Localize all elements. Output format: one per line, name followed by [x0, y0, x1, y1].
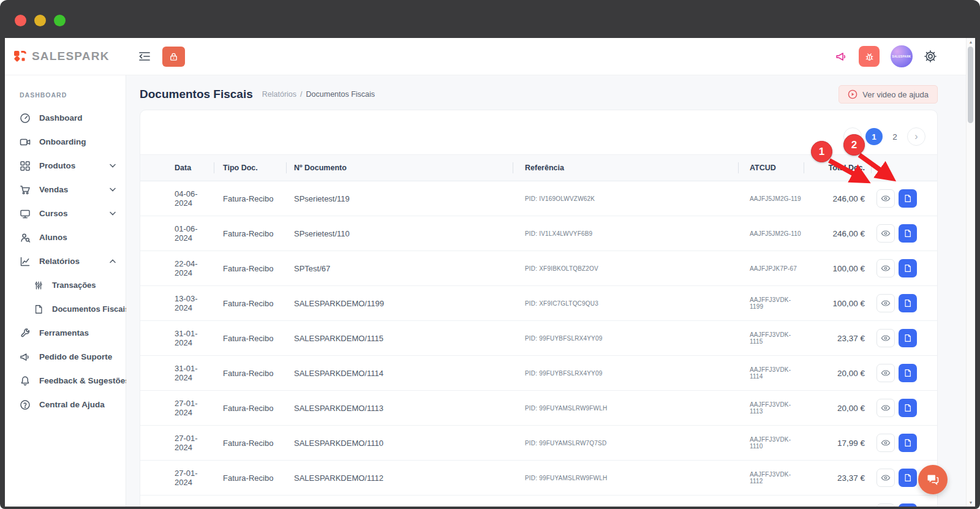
table-row: 27-01-2024 Fatura-Recibo SALESPARKDEMO/1… — [140, 426, 937, 461]
cell-referencia: PID: 99FUYAMSLRW9FWLH — [513, 475, 738, 481]
cell-data: 27-01-2024 — [140, 434, 214, 452]
pagination-page-2[interactable]: 2 — [886, 128, 903, 145]
download-pdf-button[interactable] — [899, 294, 917, 312]
eye-icon — [881, 368, 891, 378]
cell-referencia: PID: IV1LX4LWVYF6B9 — [513, 230, 738, 237]
eye-icon — [881, 228, 891, 238]
document-icon — [33, 304, 44, 315]
user-avatar[interactable]: SALESPARK — [891, 45, 913, 67]
view-document-button[interactable] — [876, 259, 895, 277]
sidebar-item-dashboard[interactable]: Dashboard — [5, 106, 126, 130]
download-pdf-button[interactable] — [899, 329, 917, 347]
view-document-button[interactable] — [876, 224, 895, 243]
scroll-down-icon[interactable]: ▼ — [967, 500, 975, 505]
sidebar-item-relatorios[interactable]: Relatórios — [5, 249, 126, 273]
cell-tipo-doc: Fatura-Recibo — [214, 229, 286, 238]
cell-total-doc: 17,99 € — [804, 439, 871, 448]
eye-icon — [881, 298, 891, 308]
cell-atcud: AAJFFJ3VDK-1199 — [738, 296, 804, 310]
pdf-file-icon — [903, 369, 912, 377]
menu-fold-icon — [138, 51, 151, 61]
zoom-window-button[interactable] — [54, 15, 66, 26]
sidebar-item-alunos[interactable]: Alunos — [5, 225, 126, 249]
announcements-button[interactable] — [835, 50, 848, 63]
cell-total-doc: 23,37 € — [804, 334, 871, 343]
cell-tipo-doc: Fatura-Recibo — [214, 299, 286, 308]
wrench-icon — [20, 328, 31, 339]
sidebar-item-transacoes[interactable]: Transações — [5, 273, 126, 297]
download-pdf-button[interactable] — [899, 259, 917, 277]
pagination-prev-button[interactable]: ‹ — [843, 127, 862, 146]
cell-total-doc: 246,00 € — [804, 194, 871, 203]
pagination-next-button[interactable]: › — [907, 127, 925, 146]
table-header-row: Data Tipo Doc. Nº Documento Referência A… — [140, 154, 937, 181]
download-pdf-button[interactable] — [899, 224, 917, 243]
download-pdf-button[interactable] — [899, 364, 917, 382]
pagination-page-1[interactable]: 1 — [865, 128, 883, 145]
play-circle-icon — [848, 89, 858, 99]
sidebar-item-feedback-sugestoes[interactable]: Feedback & Sugestões — [5, 369, 126, 393]
pdf-file-icon — [903, 439, 912, 447]
download-pdf-button[interactable] — [899, 399, 917, 417]
window-controls — [15, 15, 66, 26]
sidebar-item-cursos[interactable]: Cursos — [5, 202, 126, 225]
eye-icon — [881, 194, 891, 203]
scrollbar-thumb[interactable] — [968, 47, 973, 123]
sidebar-collapse-button[interactable] — [135, 47, 154, 66]
cell-referencia: PID: 99FUYAMSLRW9FWLH — [513, 405, 738, 412]
view-document-button[interactable] — [876, 434, 895, 452]
sidebar-item-pedido-de-suporte[interactable]: Pedido de Suporte — [5, 345, 126, 369]
lock-mode-button[interactable] — [162, 47, 185, 67]
minimize-window-button[interactable] — [34, 15, 46, 26]
sidebar-item-ferramentas[interactable]: Ferramentas — [5, 321, 126, 345]
breadcrumb-separator: / — [300, 90, 302, 99]
report-bug-button[interactable] — [859, 46, 880, 67]
table-row: 13-03-2024 Fatura-Recibo SALESPARKDEMO/1… — [140, 286, 937, 321]
cell-total-doc: 20,00 € — [804, 404, 871, 413]
sidebar-item-onboarding[interactable]: Onboarding — [5, 130, 126, 154]
cell-data: 31-01-2024 — [140, 364, 214, 382]
table-body: 04-06-2024 Fatura-Recibo SPserietest/119… — [140, 181, 937, 496]
view-document-button[interactable] — [876, 399, 895, 417]
gear-icon — [924, 50, 937, 63]
breadcrumb-parent[interactable]: Relatórios — [262, 90, 296, 99]
cell-atcud: AAJFFJ3VDK-1115 — [738, 331, 804, 345]
sidebar-item-produtos[interactable]: Produtos — [5, 154, 126, 178]
breadcrumb: Relatórios / Documentos Fiscais — [262, 90, 375, 99]
download-pdf-button[interactable] — [899, 503, 917, 507]
view-document-button[interactable] — [876, 364, 895, 382]
person-search-icon — [20, 232, 31, 243]
sidebar-item-central-de-ajuda[interactable]: Central de Ajuda — [5, 393, 126, 417]
cell-atcud: AAJFFJ3VDK-1114 — [738, 366, 804, 380]
cell-tipo-doc: Fatura-Recibo — [214, 194, 286, 203]
chat-fab-button[interactable] — [918, 465, 948, 494]
pagination: ‹ 1 2 › — [140, 110, 937, 154]
cell-referencia: PID: IV169OLWVZW62K — [513, 195, 738, 202]
download-pdf-button[interactable] — [899, 434, 917, 452]
settings-button[interactable] — [924, 50, 937, 63]
scroll-up-icon[interactable]: ▲ — [967, 40, 975, 44]
avatar-label: SALESPARK — [892, 55, 911, 58]
help-video-label: Ver video de ajuda — [862, 90, 929, 99]
cell-tipo-doc: Fatura-Recibo — [214, 264, 286, 273]
close-window-button[interactable] — [15, 15, 26, 26]
view-document-button[interactable] — [876, 294, 895, 312]
pdf-file-icon — [903, 334, 912, 342]
download-pdf-button[interactable] — [899, 189, 917, 208]
sidebar-item-documentos-fiscais[interactable]: Documentos Fiscais — [5, 297, 126, 321]
cell-atcud: AAJFJPJK7P-67 — [738, 265, 804, 272]
cell-num-documento: SALESPARKDEMO/1110 — [286, 439, 513, 448]
vertical-scrollbar[interactable]: ▲ ▼ — [966, 38, 975, 507]
brand-logo: SALESPARK — [5, 50, 126, 63]
eye-icon — [881, 403, 891, 413]
view-document-button[interactable] — [876, 469, 895, 487]
view-document-button[interactable] — [876, 503, 895, 507]
cell-total-doc: 100,00 € — [804, 299, 871, 308]
sidebar-item-vendas[interactable]: Vendas — [5, 178, 126, 202]
download-pdf-button[interactable] — [899, 469, 917, 487]
cell-data: 01-06-2024 — [140, 224, 214, 243]
cell-atcud: AAJFFJ3VDK-1113 — [738, 401, 804, 415]
view-document-button[interactable] — [876, 189, 895, 208]
help-video-button[interactable]: Ver video de ajuda — [839, 85, 938, 104]
view-document-button[interactable] — [876, 329, 895, 347]
